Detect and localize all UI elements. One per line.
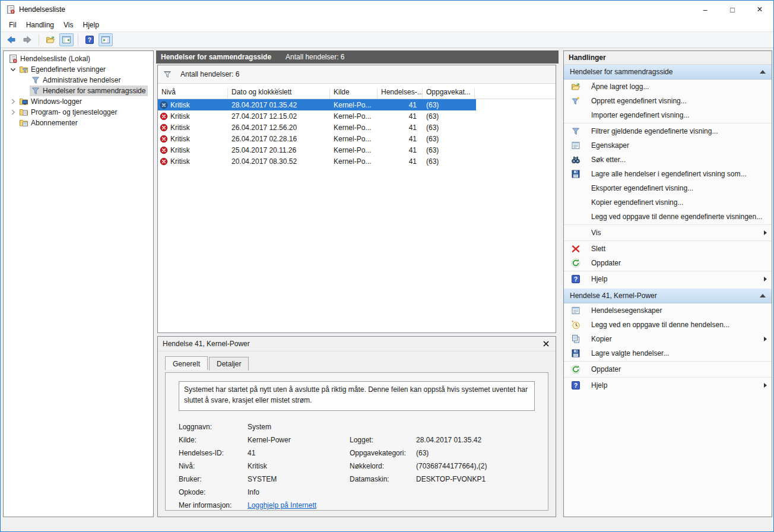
- action-save-selected-events[interactable]: Lagre valgte hendelser...: [564, 346, 772, 360]
- window-title: Hendelsesliste: [19, 5, 65, 14]
- minimize-button[interactable]: –: [691, 1, 719, 18]
- action-pane-toggle-button[interactable]: [99, 33, 113, 46]
- detail-header: Hendelse 41, Kernel-Power: [158, 337, 556, 352]
- action-delete[interactable]: Slett: [564, 242, 772, 256]
- date-cell: 28.04.2017 01.35.42: [228, 101, 330, 109]
- open-saved-log-button[interactable]: [43, 33, 58, 46]
- section-title: Hendelser for sammendragsside: [570, 68, 760, 76]
- tree-item-root[interactable]: Hendelsesliste (Lokal): [4, 53, 153, 64]
- action-open-saved-log[interactable]: Åpne lagret logg...: [564, 80, 772, 94]
- no-icon: [571, 212, 580, 221]
- close-button[interactable]: ×: [746, 1, 773, 18]
- tree-item-windows-logs[interactable]: Windows-logger: [4, 96, 153, 107]
- action-find[interactable]: Søk etter...: [564, 153, 772, 167]
- tree-item-administrative-events[interactable]: Administrative hendelser: [4, 75, 153, 86]
- separator: [564, 224, 772, 225]
- critical-icon: [160, 146, 168, 154]
- column-source[interactable]: Kilde: [330, 88, 378, 99]
- action-filter-current-view[interactable]: Filtrer gjeldende egendefinerte visning.…: [564, 124, 772, 138]
- action-view-submenu[interactable]: Vis: [564, 226, 772, 240]
- event-row[interactable]: Kritisk 26.04.2017 12.56.20 Kernel-Po...…: [158, 122, 476, 133]
- date-cell: 26.04.2017 02.28.16: [228, 135, 330, 143]
- action-attach-task-to-view[interactable]: Legg ved oppgave til denne egendefinerte…: [564, 210, 772, 224]
- action-attach-task-to-event[interactable]: Legg ved en oppgave til denne hendelsen.…: [564, 318, 772, 332]
- event-row[interactable]: Kritisk 27.04.2017 12.15.02 Kernel-Po...…: [158, 110, 476, 122]
- event-id-cell: 41: [378, 112, 423, 121]
- separator: [564, 240, 772, 241]
- tab-generelt[interactable]: Generelt: [165, 356, 208, 370]
- field-value: Kernel-Power: [248, 436, 350, 444]
- level-cell: Kritisk: [170, 101, 190, 109]
- column-header-row: Nivå Dato og klokkeslett Kilde Hendelses…: [158, 84, 556, 99]
- folder-filter-icon: [19, 65, 28, 74]
- separator: [564, 123, 772, 124]
- action-copy-custom-view[interactable]: Kopier egendefinert visning...: [564, 195, 772, 210]
- event-viewer-window: { "window": { "title": "Hendelsesliste",…: [0, 0, 774, 532]
- maximize-button[interactable]: □: [719, 1, 746, 18]
- copy-icon: [571, 334, 580, 344]
- tree-item-app-service-logs[interactable]: Program- og tjenestelogger: [4, 107, 153, 118]
- event-row[interactable]: Kritisk 20.04.2017 08.30.52 Kernel-Po...…: [158, 156, 476, 167]
- help-icon: [571, 274, 580, 284]
- submenu-arrow-icon: [764, 383, 767, 388]
- filter-icon: [31, 86, 40, 96]
- submenu-arrow-icon: [764, 337, 767, 341]
- more-info-label: Mer informasjon:: [179, 501, 248, 509]
- console-tree-icon: [62, 35, 71, 45]
- column-event-id[interactable]: Hendelses-...: [378, 88, 423, 99]
- column-level[interactable]: Nivå: [158, 88, 228, 99]
- tree-item-subscriptions[interactable]: Abonnementer: [4, 118, 153, 128]
- binoculars-icon: [571, 155, 580, 164]
- refresh-icon: [571, 258, 580, 268]
- category-cell: (63): [423, 135, 475, 143]
- console-tree-toggle-button[interactable]: [59, 33, 74, 46]
- action-export-custom-view[interactable]: Eksporter egendefinert visning...: [564, 181, 772, 195]
- properties-icon: [571, 141, 580, 150]
- tree-item-summary-page-events[interactable]: Hendelser for sammendragsside: [4, 86, 153, 96]
- column-task-category[interactable]: Oppgavekat...: [423, 88, 475, 99]
- action-help-submenu[interactable]: Hjelp: [564, 272, 772, 286]
- actions-section-header-event-41[interactable]: Hendelse 41, Kernel-Power: [564, 289, 772, 303]
- event-id-cell: 41: [378, 101, 423, 109]
- expander-closed-icon[interactable]: [8, 97, 18, 106]
- event-row[interactable]: Kritisk 28.04.2017 01.35.42 Kernel-Po...…: [158, 99, 476, 110]
- menu-fil[interactable]: Fil: [4, 20, 21, 30]
- expander-closed-icon[interactable]: [8, 107, 18, 117]
- action-copy-submenu[interactable]: Kopier: [564, 332, 772, 346]
- action-event-properties[interactable]: Hendelsesegenskaper: [564, 303, 772, 318]
- sort-descending-icon: [274, 85, 280, 93]
- menu-hjelp[interactable]: Hjelp: [78, 20, 104, 30]
- menu-handling[interactable]: Handling: [21, 20, 59, 30]
- action-import-custom-view[interactable]: Importer egendefinert visning...: [564, 108, 772, 122]
- filter-count-text: Antall hendelser: 6: [180, 70, 239, 78]
- tree-item-label: Abonnementer: [31, 119, 78, 127]
- field-value: SYSTEM: [248, 475, 350, 483]
- tree-item-custom-views[interactable]: Egendefinerte visninger: [4, 64, 153, 75]
- app-icon: [6, 5, 15, 14]
- action-create-custom-view[interactable]: Opprett egendefinert visning...: [564, 94, 772, 108]
- refresh-icon: [571, 365, 580, 374]
- forward-button[interactable]: [20, 33, 34, 46]
- action-refresh[interactable]: Oppdater: [564, 256, 772, 270]
- back-button[interactable]: [4, 33, 18, 46]
- filter-icon: [571, 126, 580, 136]
- expander-open-icon[interactable]: [8, 65, 18, 74]
- save-icon: [571, 349, 580, 358]
- actions-section-header-summary-view[interactable]: Hendelser for sammendragsside: [564, 65, 772, 80]
- action-save-all-events-as[interactable]: Lagre alle hendelser i egendefinert visn…: [564, 167, 772, 181]
- tree-item-label: Administrative hendelser: [43, 76, 120, 84]
- help-icon: [571, 381, 580, 390]
- action-properties[interactable]: Egenskaper: [564, 138, 772, 153]
- action-help-event-submenu[interactable]: Hjelp: [564, 378, 772, 392]
- help-button[interactable]: [83, 33, 97, 46]
- properties-icon: [571, 306, 580, 315]
- action-refresh-event[interactable]: Oppdater: [564, 362, 772, 376]
- menu-vis[interactable]: Vis: [59, 20, 78, 30]
- event-row[interactable]: Kritisk 25.04.2017 20.11.26 Kernel-Po...…: [158, 144, 476, 156]
- level-cell: Kritisk: [170, 112, 190, 121]
- tab-detaljer[interactable]: Detaljer: [209, 357, 249, 370]
- log-help-link[interactable]: Logghjelp på Internett: [248, 501, 316, 509]
- event-row[interactable]: Kritisk 26.04.2017 02.28.16 Kernel-Po...…: [158, 133, 476, 144]
- close-icon[interactable]: [541, 339, 551, 349]
- filter-bar: Antall hendelser: 6: [158, 65, 556, 84]
